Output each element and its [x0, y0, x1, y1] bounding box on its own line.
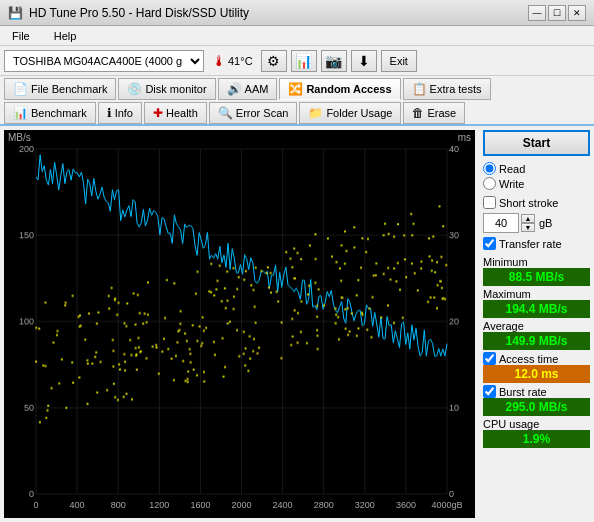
extra-tests-icon: 📋: [412, 82, 427, 96]
erase-icon: 🗑: [412, 106, 424, 120]
benchmark-icon: 📊: [13, 106, 28, 120]
tab-folder-usage[interactable]: 📁 Folder Usage: [299, 102, 401, 124]
maximize-button[interactable]: ☐: [548, 5, 566, 21]
right-panel: Start Read Write Short stroke ▲ ▼ gB: [479, 126, 594, 522]
tab-erase[interactable]: 🗑 Erase: [403, 102, 465, 124]
access-time-checkbox[interactable]: [483, 352, 496, 365]
thermometer-icon: 🌡: [212, 53, 226, 69]
read-radio[interactable]: [483, 162, 496, 175]
health-icon: ✚: [153, 106, 163, 120]
toolbar: TOSHIBA MG04ACA400E (4000 gB) 🌡 41°C ⚙ 📊…: [0, 46, 594, 76]
chart-axis-labels: MB/s ms: [4, 130, 475, 145]
tab-folder-usage-label: Folder Usage: [326, 107, 392, 119]
random-access-icon: 🔀: [288, 82, 303, 96]
short-stroke-label: Short stroke: [499, 197, 558, 209]
toolbar-icon-btn-4[interactable]: ⬇: [351, 50, 377, 72]
title-bar-left: 💾 HD Tune Pro 5.50 - Hard Disk/SSD Utili…: [8, 6, 249, 20]
chart-canvas: [4, 145, 475, 518]
drive-select[interactable]: TOSHIBA MG04ACA400E (4000 gB): [4, 50, 204, 72]
average-label: Average: [483, 320, 590, 332]
write-radio-label[interactable]: Write: [483, 177, 590, 190]
app-icon: 💾: [8, 6, 23, 20]
tab-disk-monitor-label: Disk monitor: [145, 83, 206, 95]
tab-benchmark[interactable]: 📊 Benchmark: [4, 102, 96, 124]
tab-error-scan-label: Error Scan: [236, 107, 289, 119]
exit-button[interactable]: Exit: [381, 50, 417, 72]
access-time-checkbox-label[interactable]: Access time: [483, 352, 590, 365]
burst-rate-label: Burst rate: [499, 386, 547, 398]
read-radio-label[interactable]: Read: [483, 162, 590, 175]
stats-section: Minimum 88.5 MB/s Maximum 194.4 MB/s Ave…: [483, 254, 590, 450]
main-content: MB/s ms Start Read Write Short stroke ▲: [0, 126, 594, 522]
stroke-spinner-input[interactable]: [483, 213, 519, 233]
read-label: Read: [499, 163, 525, 175]
menu-file[interactable]: File: [8, 29, 34, 43]
tab-file-benchmark[interactable]: 📄 File Benchmark: [4, 78, 116, 100]
minimum-label: Minimum: [483, 256, 590, 268]
tab-disk-monitor[interactable]: 💿 Disk monitor: [118, 78, 215, 100]
short-stroke-checkbox[interactable]: [483, 196, 496, 209]
average-value: 149.9 MB/s: [483, 332, 590, 350]
info-icon: ℹ: [107, 106, 112, 120]
cpu-usage-label: CPU usage: [483, 418, 590, 430]
stroke-spinner-group: ▲ ▼ gB: [483, 213, 590, 233]
tab-erase-label: Erase: [427, 107, 456, 119]
burst-rate-value: 295.0 MB/s: [483, 398, 590, 416]
tab-error-scan[interactable]: 🔍 Error Scan: [209, 102, 298, 124]
spinner-buttons: ▲ ▼: [521, 214, 535, 232]
tab-benchmark-label: Benchmark: [31, 107, 87, 119]
spinner-down[interactable]: ▼: [521, 223, 535, 232]
file-benchmark-icon: 📄: [13, 82, 28, 96]
tab-health-label: Health: [166, 107, 198, 119]
nav-tabs: 📄 File Benchmark 💿 Disk monitor 🔊 AAM 🔀 …: [0, 76, 594, 126]
cpu-usage-value: 1.9%: [483, 430, 590, 448]
menu-bar: File Help: [0, 26, 594, 46]
minimize-button[interactable]: —: [528, 5, 546, 21]
toolbar-icon-btn-2[interactable]: 📊: [291, 50, 317, 72]
menu-help[interactable]: Help: [50, 29, 81, 43]
transfer-rate-label: Transfer rate: [499, 238, 562, 250]
toolbar-icon-btn-3[interactable]: 📷: [321, 50, 347, 72]
write-radio[interactable]: [483, 177, 496, 190]
maximum-value: 194.4 MB/s: [483, 300, 590, 318]
start-button[interactable]: Start: [483, 130, 590, 156]
temperature-value: 41°C: [228, 55, 253, 67]
app-title: HD Tune Pro 5.50 - Hard Disk/SSD Utility: [29, 6, 249, 20]
tab-extra-tests-label: Extra tests: [430, 83, 482, 95]
burst-rate-checkbox[interactable]: [483, 385, 496, 398]
error-scan-icon: 🔍: [218, 106, 233, 120]
chart-container: MB/s ms: [4, 130, 475, 518]
burst-rate-checkbox-label[interactable]: Burst rate: [483, 385, 590, 398]
write-label: Write: [499, 178, 524, 190]
short-stroke-checkbox-label[interactable]: Short stroke: [483, 196, 590, 209]
temperature-display: 🌡 41°C: [208, 53, 257, 69]
tab-file-benchmark-label: File Benchmark: [31, 83, 107, 95]
transfer-rate-checkbox[interactable]: [483, 237, 496, 250]
chart-y-label-right: ms: [458, 132, 471, 143]
disk-monitor-icon: 💿: [127, 82, 142, 96]
close-button[interactable]: ✕: [568, 5, 586, 21]
tab-random-access[interactable]: 🔀 Random Access: [279, 78, 400, 100]
aam-icon: 🔊: [227, 82, 242, 96]
tab-info[interactable]: ℹ Info: [98, 102, 142, 124]
toolbar-icon-btn-1[interactable]: ⚙: [261, 50, 287, 72]
title-bar-controls: — ☐ ✕: [528, 5, 586, 21]
tab-random-access-label: Random Access: [306, 83, 391, 95]
stroke-unit: gB: [539, 217, 552, 229]
title-bar: 💾 HD Tune Pro 5.50 - Hard Disk/SSD Utili…: [0, 0, 594, 26]
access-time-value: 12.0 ms: [483, 365, 590, 383]
tab-health[interactable]: ✚ Health: [144, 102, 207, 124]
chart-y-label-left: MB/s: [8, 132, 31, 143]
spinner-up[interactable]: ▲: [521, 214, 535, 223]
radio-group: Read Write: [483, 160, 590, 192]
maximum-label: Maximum: [483, 288, 590, 300]
folder-usage-icon: 📁: [308, 106, 323, 120]
access-time-label: Access time: [499, 353, 558, 365]
tab-aam-label: AAM: [245, 83, 269, 95]
tab-extra-tests[interactable]: 📋 Extra tests: [403, 78, 491, 100]
transfer-rate-checkbox-label[interactable]: Transfer rate: [483, 237, 590, 250]
minimum-value: 88.5 MB/s: [483, 268, 590, 286]
tab-aam[interactable]: 🔊 AAM: [218, 78, 278, 100]
tab-info-label: Info: [115, 107, 133, 119]
